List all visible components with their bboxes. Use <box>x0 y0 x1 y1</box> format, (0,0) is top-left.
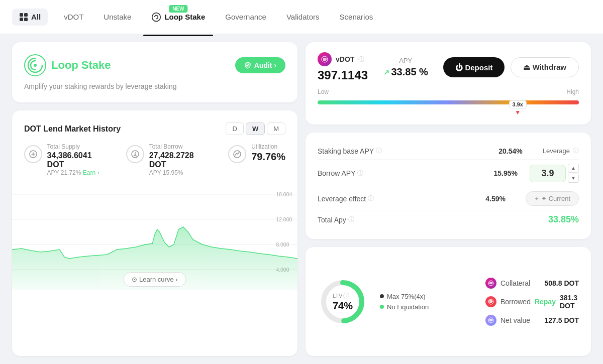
top-navigation: All vDOT Unstake NEW Loop Stake Governan… <box>0 0 603 34</box>
collateral-label: Collateral <box>485 278 530 289</box>
borrow-apy-label: Borrow APY ⓘ <box>318 169 363 178</box>
nav-item-vdot[interactable]: vDOT <box>56 9 91 25</box>
leverage-marker: 3.9x ▼ <box>509 100 527 115</box>
leverage-effect-label: Leverage effect ⓘ <box>318 194 374 203</box>
withdraw-button[interactable]: ⏏ Withdraw <box>511 57 579 77</box>
svg-rect-3 <box>24 18 28 21</box>
vdot-amount: 397.1143 <box>318 68 368 82</box>
leverage-low-label: Low <box>318 88 329 95</box>
period-buttons: D W M <box>226 123 285 135</box>
total-supply-stat: Total Supply 34,386.6041 DOT APY 21.72% … <box>24 143 110 176</box>
borrowed-label: Borrowed Repay <box>485 296 560 307</box>
net-value-row: Net value 127.5 DOT <box>485 315 579 326</box>
vdot-left-section: vDOT ⓘ 397.1143 <box>318 52 368 82</box>
total-apy-value: 33.85% <box>548 214 579 225</box>
nav-item-loop-stake[interactable]: NEW Loop Stake <box>143 8 213 26</box>
apy-up-arrow: ↗ <box>383 68 389 76</box>
audit-button[interactable]: Audit › <box>235 57 285 73</box>
collateral-row: Collateral 508.8 DOT <box>485 278 579 289</box>
vdot-info-icon: ⓘ <box>358 55 364 64</box>
ltv-label-overlay: LTV ⓘ 74% <box>333 292 353 312</box>
borrow-icon <box>126 145 144 163</box>
collateral-section: Collateral 508.8 DOT Borrowed Repay <box>485 278 579 326</box>
total-borrow-stat: Total Borrow 27,428.2728 DOT APY 15.95% <box>126 143 212 176</box>
new-badge: NEW <box>169 5 187 13</box>
leverage-effect-info-icon: ⓘ <box>368 194 374 203</box>
vdot-card: vDOT ⓘ 397.1143 APY ↗ 33.85 % ⏻ Deposit <box>306 42 591 125</box>
svg-text:18.004: 18.004 <box>276 191 292 197</box>
leverage-extremes: Low High <box>318 88 579 95</box>
loop-stake-logo: Loop Stake <box>24 54 111 76</box>
apy-label: APY <box>383 57 428 64</box>
borrow-apy-row: Borrow APY ⓘ 15.95% 3.9 ▲ ▼ <box>318 160 579 187</box>
leverage-bar-section: Low High 3.9x ▼ <box>318 88 579 114</box>
nav-all-button[interactable]: All <box>12 9 48 26</box>
current-button[interactable]: ✦ ✦ Current <box>526 191 579 206</box>
apy-value: ↗ 33.85 % <box>383 66 428 78</box>
loop-stake-description: Amplify your staking rewards by leverage… <box>24 82 285 90</box>
total-borrow-label: Total Borrow <box>149 143 213 150</box>
svg-rect-2 <box>20 18 23 21</box>
net-value-label: Net value <box>485 315 530 326</box>
leverage-bar <box>318 100 579 104</box>
collateral-coin-icon <box>485 278 496 289</box>
leverage-down-button[interactable]: ▼ <box>568 174 579 183</box>
nav-item-scenarios[interactable]: Scenarios <box>332 9 381 25</box>
leverage-bar-container: 3.9x ▼ <box>318 100 579 114</box>
ltv-no-liq-item: No Liquidation <box>380 303 473 311</box>
utilization-icon <box>228 145 246 163</box>
collateral-value: 508.8 DOT <box>545 279 579 287</box>
loop-stake-header: Loop Stake Audit › <box>24 54 285 76</box>
ltv-info: Max 75%(4x) No Liquidation <box>380 293 473 311</box>
learn-curve-button[interactable]: ⊙ Learn curve › <box>123 272 186 287</box>
borrowed-value: 381.3 DOT <box>560 294 579 310</box>
chart-area: 18.004 12.000 8.000 4.000 <box>12 184 297 295</box>
ltv-max-item: Max 75%(4x) <box>380 293 473 300</box>
nav-item-governance[interactable]: Governance <box>217 9 274 25</box>
staking-base-apy-label: Staking base APY ⓘ <box>318 147 382 155</box>
main-content: Loop Stake Audit › Amplify your staking … <box>0 34 603 364</box>
loop-stake-title: Loop Stake <box>51 59 111 72</box>
earn-link[interactable]: Earn › <box>83 169 99 176</box>
svg-rect-0 <box>20 13 23 17</box>
total-supply-label: Total Supply <box>47 143 111 150</box>
loop-stake-nav-icon <box>151 12 161 22</box>
svg-point-5 <box>34 64 37 67</box>
leverage-up-button[interactable]: ▲ <box>568 164 579 173</box>
leverage-value-input[interactable]: 3.9 <box>530 165 566 182</box>
svg-rect-1 <box>24 13 28 17</box>
svg-text:8.000: 8.000 <box>276 241 289 248</box>
loop-stake-logo-icon <box>24 54 46 76</box>
repay-link[interactable]: Repay <box>535 298 556 306</box>
left-column: Loop Stake Audit › Amplify your staking … <box>12 42 297 356</box>
period-week-button[interactable]: W <box>246 123 265 135</box>
no-liq-bullet <box>380 305 384 309</box>
vdot-label-row: vDOT ⓘ <box>318 52 368 66</box>
period-month-button[interactable]: M <box>267 123 285 135</box>
leverage-section-label: Leverage <box>543 147 570 155</box>
vdot-name: vDOT <box>336 55 354 63</box>
market-history-card: DOT Lend Market History D W M <box>12 110 297 356</box>
max-bullet <box>380 294 384 298</box>
grid-icon <box>19 13 28 22</box>
vdot-header: vDOT ⓘ 397.1143 APY ↗ 33.85 % ⏻ Deposit <box>318 52 579 82</box>
ltv-info-icon: ⓘ <box>343 292 349 300</box>
leverage-info-icon: ⓘ <box>573 147 579 155</box>
nav-item-unstake[interactable]: Unstake <box>95 9 139 25</box>
supply-apy: APY 21.72% <box>47 169 81 176</box>
nav-item-validators[interactable]: Validators <box>278 9 328 25</box>
total-borrow-value: 27,428.2728 DOT <box>149 151 213 169</box>
borrow-apy-value: 15.95% <box>494 169 518 177</box>
vdot-coin-icon <box>318 52 332 66</box>
ltv-donut-chart: LTV ⓘ 74% <box>318 277 368 327</box>
loop-stake-card: Loop Stake Audit › Amplify your staking … <box>12 42 297 102</box>
period-day-button[interactable]: D <box>226 123 243 135</box>
svg-text:12.000: 12.000 <box>276 216 292 222</box>
borrow-info-icon: ⓘ <box>357 169 363 178</box>
deposit-button[interactable]: ⏻ Deposit <box>443 57 505 77</box>
leverage-effect-row: Leverage effect ⓘ 4.59% ✦ ✦ Current <box>318 187 579 210</box>
right-column: vDOT ⓘ 397.1143 APY ↗ 33.85 % ⏻ Deposit <box>306 42 591 356</box>
utilization-stat: Utilization 79.76% <box>228 143 285 176</box>
net-value-coin-icon <box>485 315 496 326</box>
leverage-effect-value: 4.59% <box>485 195 506 203</box>
